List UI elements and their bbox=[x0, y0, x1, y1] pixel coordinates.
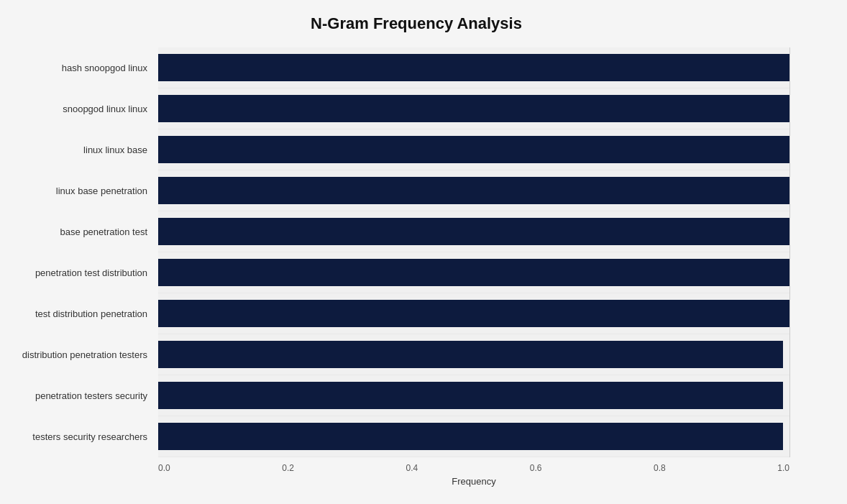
bar-label: linux base penetration bbox=[11, 185, 155, 196]
bar bbox=[158, 218, 789, 245]
bar-row: hash snoopgod linux bbox=[158, 47, 789, 88]
chart-container: N-Gram Frequency Analysis hash snoopgod … bbox=[0, 0, 847, 504]
bar-row: snoopgod linux linux bbox=[158, 88, 789, 129]
x-tick: 0.2 bbox=[282, 463, 294, 473]
x-axis-label: Frequency bbox=[158, 476, 789, 487]
x-tick: 0.8 bbox=[654, 463, 666, 473]
bar-label: snoopgod linux linux bbox=[11, 104, 155, 114]
bar-label: linux linux base bbox=[11, 145, 155, 155]
bar-row: penetration testers security bbox=[158, 375, 789, 416]
bar-row: penetration test distribution bbox=[158, 252, 789, 293]
bar bbox=[158, 177, 789, 204]
bar bbox=[158, 136, 789, 163]
bar-row: linux base penetration bbox=[158, 170, 789, 211]
bar bbox=[158, 95, 789, 122]
bar-label: distribution penetration testers bbox=[11, 349, 155, 360]
bar-label: penetration test distribution bbox=[11, 267, 155, 278]
bar bbox=[158, 341, 783, 368]
x-tick: 0.6 bbox=[530, 463, 542, 473]
bar-label: base penetration test bbox=[11, 226, 155, 237]
bar bbox=[158, 382, 783, 409]
bar-label: penetration testers security bbox=[11, 390, 155, 401]
bar-label: testers security researchers bbox=[11, 431, 155, 442]
bar-label: hash snoopgod linux bbox=[11, 63, 155, 73]
x-axis: 0.00.20.40.60.81.0 bbox=[158, 457, 789, 473]
bar-row: testers security researchers bbox=[158, 416, 789, 457]
bar bbox=[158, 423, 783, 450]
x-tick: 1.0 bbox=[777, 463, 789, 473]
x-tick: 0.4 bbox=[406, 463, 418, 473]
bar bbox=[158, 54, 789, 81]
x-tick: 0.0 bbox=[158, 463, 170, 473]
bar-row: test distribution penetration bbox=[158, 293, 789, 334]
bar bbox=[158, 259, 789, 286]
bar-label: test distribution penetration bbox=[11, 308, 155, 319]
bar-row: base penetration test bbox=[158, 211, 789, 252]
bar-row: linux linux base bbox=[158, 129, 789, 170]
chart-title: N-Gram Frequency Analysis bbox=[14, 14, 818, 33]
bar bbox=[158, 300, 789, 327]
bar-row: distribution penetration testers bbox=[158, 334, 789, 375]
